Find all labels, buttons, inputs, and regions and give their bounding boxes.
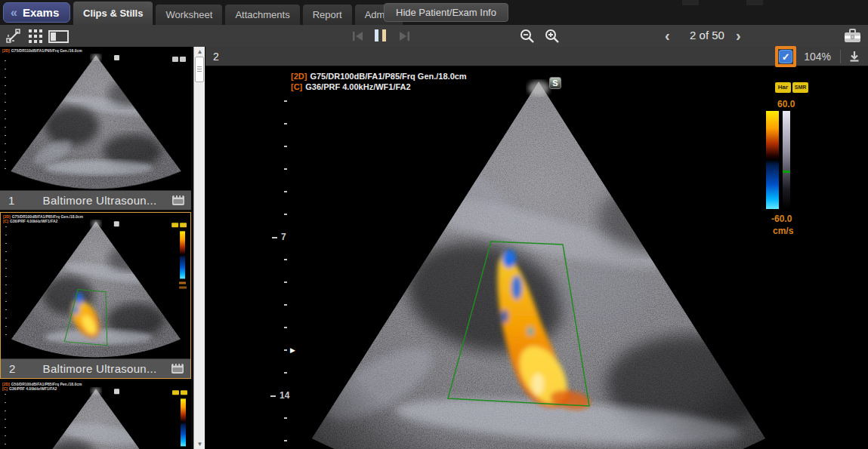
tab-attachments[interactable]: Attachments (224, 4, 300, 25)
tab-report[interactable]: Report (302, 4, 353, 25)
annotation-text: G75/DR100dB/FA1/P85/Frq Gen./18.0cm (310, 72, 466, 81)
next-image-button[interactable]: › (736, 26, 741, 45)
grayscale-bar (783, 111, 790, 209)
annotation-text: G36/PRF 4.00kHz/WF1/FA2 (10, 219, 57, 223)
scale-max-value: 60.0 (777, 99, 795, 109)
thumbnail-annotation: [2D]G75/DR100dB/FA1/P85/Frq Gen./18.0cm … (3, 214, 83, 223)
probe-orientation-marker: S (549, 77, 561, 89)
annotation-text: G36/PRF 4.00kHz/WF1/FA2 (9, 386, 57, 391)
thumbnail-label: Baltimore Ultrasoun... (28, 362, 171, 375)
color-velocity-scale: Har SMR 60.0 -60.0 cm/s (763, 82, 839, 309)
scale-unit: cm/s (773, 226, 793, 236)
zoom-out-icon[interactable] (520, 29, 535, 44)
double-chevron-left-icon: « (11, 7, 17, 19)
top-tab-bar: « Exams Clips & Stills Worksheet Attachm… (0, 0, 868, 25)
depth-label-14: 14 (269, 390, 291, 401)
tab-strip: Clips & Stills Worksheet Attachments Rep… (73, 0, 403, 25)
download-icon[interactable] (849, 51, 860, 62)
header-divider (840, 50, 841, 63)
annotation-mode-tag: [2D] (291, 72, 307, 81)
back-to-exams-label: Exams (23, 6, 59, 19)
annotation-tag: [C] (2, 386, 8, 391)
tick-dash (272, 237, 277, 238)
hide-patient-exam-info-button[interactable]: Hide Patient/Exam Info (384, 3, 508, 22)
thumbnail-depth-ruler (5, 394, 6, 447)
pause-bar-left (375, 29, 378, 42)
thumbnail-annotation: [2D]G75/DR110dB/FA1/P95/Frq Gen./16.0cm (2, 48, 82, 53)
hide-patient-exam-info-label: Hide Patient/Exam Info (396, 7, 496, 18)
thumbnail-annotation: [2D]G50/DR100dB/FA1/P85/Frq Pen./18.0cm … (2, 382, 82, 391)
grid-view-icon[interactable] (29, 29, 42, 43)
titlebar-notch (682, 0, 699, 5)
harmonic-badge: Har (775, 82, 791, 93)
checkmark-icon: ✓ (782, 51, 790, 63)
grayscale-tick (783, 171, 790, 173)
viewer-header-bar: 2 ✓ 104% (205, 47, 868, 66)
depth-label-7: 7 (270, 232, 288, 242)
tab-label: Clips & Stills (83, 8, 143, 19)
pause-bar-right (382, 29, 386, 42)
scroll-up-icon[interactable]: ▲ (194, 48, 205, 55)
layout-panel-icon[interactable] (48, 30, 69, 43)
color-doppler-bar (766, 111, 779, 209)
thumbnail-number: 1 (0, 194, 27, 207)
image-annotation-line-1: [2D]G75/DR100dB/FA1/P85/Frq Gen./18.0cm (291, 72, 467, 81)
viewer-frame-number: 2 (213, 51, 219, 63)
skip-to-last-icon[interactable] (398, 31, 410, 42)
thumbnail-image-3: [2D]G50/DR100dB/FA1/P85/Frq Pen./18.0cm … (0, 380, 191, 449)
ultrasound-canvas[interactable]: [2D]G75/DR100dB/FA1/P85/Frq Gen./18.0cm … (205, 67, 868, 449)
select-image-checkbox[interactable]: ✓ (779, 50, 792, 63)
tab-label: Attachments (235, 9, 289, 20)
zoom-in-icon[interactable] (545, 29, 560, 44)
tab-label: Report (313, 9, 342, 20)
measure-icon[interactable] (6, 29, 21, 44)
annotation-mode-tag: [C] (291, 82, 302, 91)
clip-film-icon (172, 195, 184, 205)
tab-clips-and-stills[interactable]: Clips & Stills (73, 1, 153, 25)
checkbox-highlight-box: ✓ (775, 46, 796, 67)
annotation-text: G36/PRF 4.00kHz/WF1/FA2 (305, 82, 410, 91)
focus-marker-icon: ▶ (290, 346, 295, 354)
viewer-zoom-level: 104% (804, 51, 831, 63)
scale-min-value: -60.0 (771, 214, 792, 224)
thumbnail-label: Baltimore Ultrasoun... (27, 194, 172, 207)
thumbnail-item-1[interactable]: [2D]G75/DR110dB/FA1/P95/Frq Gen./16.0cm … (0, 47, 191, 210)
thumbnail-number: 2 (1, 362, 28, 375)
tick-dash (270, 395, 276, 397)
smr-badge: SMR (792, 82, 808, 93)
main-viewer: 2 ✓ 104% (205, 47, 868, 449)
sidebar-scrollbar[interactable]: ▲ ▼ (193, 47, 205, 449)
toolbox-icon[interactable] (844, 29, 861, 43)
pause-icon[interactable] (375, 29, 386, 42)
thumbnail-caption-2: 2 Baltimore Ultrasoun... (1, 358, 190, 378)
chevron-left-icon: ‹ (665, 26, 670, 45)
scroll-down-icon[interactable]: ▼ (194, 441, 205, 447)
skip-to-first-icon[interactable] (352, 31, 364, 42)
clip-film-icon (171, 364, 184, 374)
titlebar-notch (746, 0, 763, 5)
thumbnail-depth-ruler (5, 226, 7, 340)
annotation-text: G75/DR110dB/FA1/P95/Frq Gen./16.0cm (11, 48, 82, 53)
thumbnail-item-3[interactable]: [2D]G50/DR100dB/FA1/P85/Frq Pen./18.0cm … (0, 380, 191, 449)
thumbnail-caption-1: 1 Baltimore Ultrasoun... (0, 190, 191, 210)
thumbnail-sidebar: [2D]G75/DR110dB/FA1/P95/Frq Gen./16.0cm … (0, 47, 205, 449)
viewer-toolbar: ‹ 2 of 50 › (0, 25, 868, 47)
thumbnail-item-2-selected[interactable]: [2D]G75/DR100dB/FA1/P85/Frq Gen./18.0cm … (0, 212, 191, 379)
image-position-indicator: 2 of 50 (682, 29, 732, 42)
tab-worksheet[interactable]: Worksheet (155, 4, 223, 25)
annotation-tag: [2D] (2, 48, 10, 53)
previous-image-button[interactable]: ‹ (665, 26, 670, 45)
thumbnail-depth-ruler (5, 60, 6, 174)
tab-label: Worksheet (165, 9, 212, 20)
back-to-exams-button[interactable]: « Exams (3, 2, 70, 23)
chevron-right-icon: › (736, 26, 741, 45)
scrollbar-thumb[interactable] (195, 57, 204, 82)
thumbnail-image-1: [2D]G75/DR110dB/FA1/P95/Frq Gen./16.0cm (0, 47, 191, 190)
annotation-tag: [C] (3, 219, 8, 223)
thumbnail-image-2: [2D]G75/DR100dB/FA1/P85/Frq Gen./18.0cm … (1, 213, 190, 358)
image-annotation-line-2: [C]G36/PRF 4.00kHz/WF1/FA2 (291, 82, 411, 91)
